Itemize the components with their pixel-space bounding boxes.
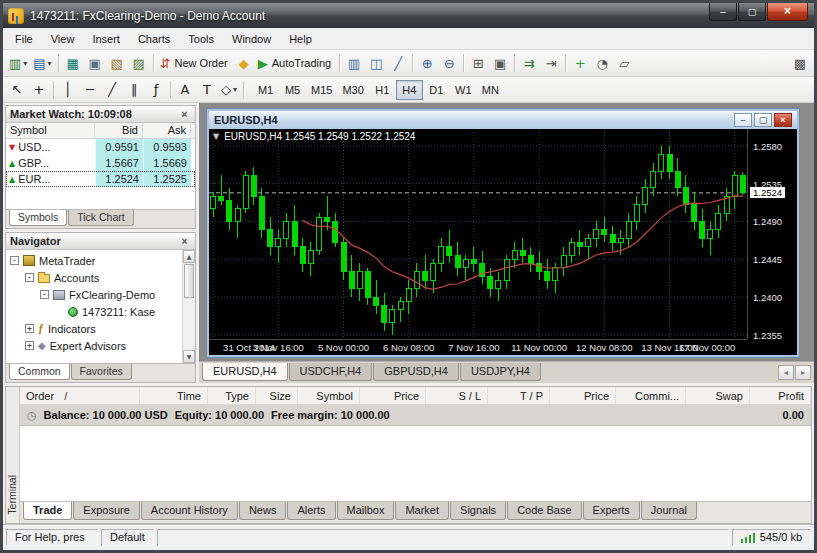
tab-prev-icon[interactable]: ◂ [778, 365, 794, 380]
chart-window-titlebar[interactable]: EURUSD,H4 – ▢ × [209, 111, 797, 129]
scrollbar-thumb[interactable] [184, 264, 194, 298]
chart-tab-usdchf-h4[interactable]: USDCHF,H4 [289, 363, 373, 381]
menu-item-window[interactable]: Window [223, 30, 280, 48]
terminal-tab-journal[interactable]: Journal [641, 502, 697, 520]
navigator-item-expert-advisors[interactable]: +◆Expert Advisors [6, 337, 182, 354]
market-watch-row-usd[interactable]: ▼USD...0.95910.9593 [6, 139, 195, 155]
chart-restore-button[interactable]: ▢ [754, 113, 772, 127]
templates-button[interactable]: ▱ [613, 52, 635, 74]
terminal-column-s-l[interactable]: S / L [426, 387, 488, 404]
timeframe-m15-button[interactable]: M15 [306, 80, 337, 100]
terminal-tab-experts[interactable]: Experts [583, 502, 640, 520]
scroll-down-icon[interactable]: ▼ [183, 350, 195, 363]
terminal-column-time[interactable]: Time [140, 387, 208, 404]
autotrading-button[interactable]: ▶AutoTrading [255, 52, 337, 74]
terminal-column-size[interactable]: Size [256, 387, 298, 404]
fibonacci-tool-button[interactable]: ƒ [145, 79, 167, 101]
terminal-tab-news[interactable]: News [239, 502, 287, 520]
window-minimize-button[interactable]: – [709, 3, 737, 21]
expand-icon[interactable]: + [25, 341, 34, 350]
chart-tab-eurusd-h4[interactable]: EURUSD,H4 [202, 363, 288, 381]
chart-tab-usdjpy-h4[interactable]: USDJPY,H4 [460, 363, 541, 381]
timeframe-m5-button[interactable]: M5 [279, 80, 306, 100]
navigator-item-accounts[interactable]: -Accounts [6, 269, 182, 286]
terminal-column-symbol[interactable]: Symbol [298, 387, 360, 404]
status-profile[interactable]: Default [101, 529, 154, 546]
terminal-tab-alerts[interactable]: Alerts [287, 502, 335, 520]
indicators-button[interactable]: + [569, 52, 591, 74]
auto-scroll-button[interactable]: ⇉ [518, 52, 540, 74]
market-watch-row-eur[interactable]: ▲EUR...1.25241.2525 [6, 171, 195, 187]
terminal-tab-exposure[interactable]: Exposure [73, 502, 139, 520]
terminal-side-tab[interactable]: Terminal [6, 387, 20, 523]
timeframe-h1-button[interactable]: H1 [369, 80, 396, 100]
timeframe-mn-button[interactable]: MN [477, 80, 504, 100]
trendline-tool-button[interactable]: ╱ [101, 79, 123, 101]
navigator-item-1473211-kase[interactable]: 1473211: Kase [6, 303, 182, 320]
collapse-icon[interactable]: - [25, 273, 34, 282]
navigator-item-fxclearing-demo[interactable]: -FxClearing-Demo [6, 286, 182, 303]
timeframe-w1-button[interactable]: W1 [450, 80, 477, 100]
market-watch-row-gbp[interactable]: ▲GBP...1.56671.5669 [6, 155, 195, 171]
new-order-button[interactable]: ⇵New Order [157, 52, 233, 74]
navigator-panel-button[interactable]: ▧ [106, 52, 128, 74]
bars-chart-button[interactable]: ▥ [343, 52, 365, 74]
market-watch-tab-symbols[interactable]: Symbols [9, 210, 67, 226]
navigator-item-indicators[interactable]: +ƒIndicators [6, 320, 182, 337]
terminal-tab-mailbox[interactable]: Mailbox [337, 502, 395, 520]
terminal-column-swap[interactable]: Swap [686, 387, 750, 404]
periods-button[interactable]: ◔ [591, 52, 613, 74]
data-window-button[interactable]: ▣ [84, 52, 106, 74]
chart-tab-gbpusd-h4[interactable]: GBPUSD,H4 [373, 363, 459, 381]
channel-tool-button[interactable]: ∥ [123, 79, 145, 101]
terminal-panel-button[interactable]: ▨ [128, 52, 150, 74]
terminal-tab-code-base[interactable]: Code Base [507, 502, 581, 520]
terminal-column-type[interactable]: Type [208, 387, 256, 404]
candles-chart-button[interactable]: ◫ [365, 52, 387, 74]
market-watch-column-bid[interactable]: Bid [95, 123, 143, 138]
terminal-column-t-p[interactable]: T / P [488, 387, 550, 404]
terminal-column-price[interactable]: Price [360, 387, 426, 404]
text-label-tool-button[interactable]: T [196, 79, 218, 101]
collapse-icon[interactable]: - [10, 256, 19, 265]
market-watch-close-icon[interactable]: × [178, 108, 191, 121]
timeframe-d1-button[interactable]: D1 [423, 80, 450, 100]
chart-shift-button[interactable]: ⇥ [540, 52, 562, 74]
market-watch-column-symbol[interactable]: Symbol [6, 123, 95, 138]
menu-item-insert[interactable]: Insert [83, 30, 129, 48]
cascade-windows-button[interactable]: ▣ [489, 52, 511, 74]
navigator-scrollbar[interactable]: ▲ ▼ [182, 250, 195, 363]
navigator-close-icon[interactable]: × [178, 235, 191, 248]
grid-toggle-button[interactable]: ▩ [789, 52, 811, 74]
market-watch-tab-tick-chart[interactable]: Tick Chart [68, 210, 133, 226]
menu-item-charts[interactable]: Charts [129, 30, 179, 48]
market-watch-button[interactable]: ▦ [62, 52, 84, 74]
terminal-tab-market[interactable]: Market [395, 502, 449, 520]
navigator-tab-common[interactable]: Common [9, 364, 70, 380]
shapes-tool-button[interactable]: ◇▾ [218, 79, 240, 101]
terminal-column-commi[interactable]: Commi... [616, 387, 686, 404]
cursor-tool-button[interactable]: ↖ [6, 79, 28, 101]
terminal-column-price-2[interactable]: Price [550, 387, 616, 404]
expand-icon[interactable]: + [25, 324, 34, 333]
text-tool-button[interactable]: A [174, 79, 196, 101]
terminal-tab-signals[interactable]: Signals [450, 502, 506, 520]
menu-item-view[interactable]: View [42, 30, 84, 48]
tab-next-icon[interactable]: ▸ [795, 365, 811, 380]
timeframe-h4-button[interactable]: H4 [396, 80, 423, 100]
chart-plot-area[interactable]: ▼ EURUSD,H4 1.2545 1.2549 1.2522 1.2524 [209, 129, 747, 339]
scroll-up-icon[interactable]: ▲ [183, 250, 195, 263]
navigator-tab-favorites[interactable]: Favorites [71, 364, 132, 380]
navigator-item-metatrader[interactable]: -MetaTrader [6, 252, 182, 269]
tile-windows-button[interactable]: ⊞ [467, 52, 489, 74]
terminal-column-order[interactable]: Order/ [20, 387, 140, 404]
new-chart-button[interactable]: ▥▾ [6, 52, 30, 74]
zoom-out-button[interactable]: ⊖ [438, 52, 460, 74]
window-maximize-button[interactable]: ▢ [738, 3, 766, 21]
market-watch-column-ask[interactable]: Ask [143, 123, 191, 138]
line-chart-button[interactable]: ╱ [387, 52, 409, 74]
menu-item-help[interactable]: Help [280, 30, 321, 48]
chart-minimize-button[interactable]: – [734, 113, 752, 127]
collapse-icon[interactable]: - [40, 290, 49, 299]
menu-item-tools[interactable]: Tools [179, 30, 223, 48]
